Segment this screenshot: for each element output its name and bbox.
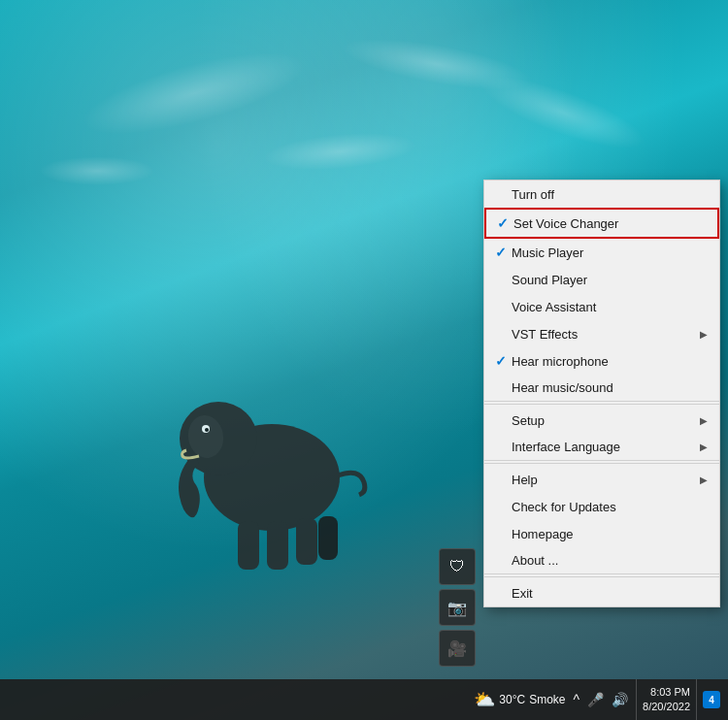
menu-item-exit[interactable]: Exit [484,579,719,606]
svg-point-9 [74,35,314,151]
menu-label-check-updates: Check for Updates [510,500,708,514]
submenu-arrow-vst-effects: ▶ [700,329,708,340]
chevron-up-icon[interactable]: ^ [571,690,581,709]
date-display: 8/20/2022 [643,700,690,714]
video-icon: 🎥 [447,639,467,658]
volume-icon[interactable]: 🔊 [610,690,630,709]
menu-item-vst-effects[interactable]: VST Effects▶ [484,320,719,347]
menu-label-music-player: Music Player [510,245,708,260]
weather-icon: ⛅ [474,689,495,710]
menu-separator-after-interface-language [484,463,719,464]
menu-item-turn-off[interactable]: Turn off [484,180,719,208]
menu-item-hear-microphone[interactable]: ✓Hear microphone [484,347,719,375]
system-tray: ^ 🎤 🔊 [571,690,630,709]
svg-rect-6 [318,516,338,560]
menu-label-help: Help [510,473,700,487]
camera-icon: 📷 [447,599,467,617]
weather-condition: Smoke [529,693,565,706]
time-display: 8:03 PM [643,685,690,700]
weather-info: ⛅ 30°C Smoke [474,689,565,710]
menu-label-voice-assistant: Voice Assistant [510,300,708,314]
menu-label-vst-effects: VST Effects [510,327,700,342]
menu-label-about: About ... [510,553,708,568]
svg-rect-5 [296,518,317,565]
notification-badge[interactable]: 4 [703,691,720,708]
menu-label-interface-language: Interface Language [510,440,700,454]
menu-item-check-updates[interactable]: Check for Updates [484,493,719,520]
svg-point-11 [261,127,419,176]
menu-item-setup[interactable]: Setup▶ [484,407,719,434]
menu-label-set-voice-changer: Set Voice Changer [512,216,706,231]
sidebar-icons-panel: 🛡 📷 🎥 [439,548,476,667]
menu-check-hear-microphone: ✓ [492,353,510,369]
context-menu: Turn off✓Set Voice Changer✓Music PlayerS… [483,180,720,607]
menu-label-sound-player: Sound Player [510,273,708,287]
svg-point-13 [474,63,652,163]
svg-point-12 [39,156,155,185]
menu-check-set-voice-changer: ✓ [494,215,512,231]
submenu-arrow-interface-language: ▶ [700,442,708,452]
menu-label-hear-microphone: Hear microphone [510,354,708,369]
temperature: 30°C [499,693,525,706]
menu-separator-after-hear-music [484,404,719,405]
menu-item-sound-player[interactable]: Sound Player [484,266,719,293]
microphone-icon[interactable]: 🎤 [585,690,606,709]
menu-item-interface-language[interactable]: Interface Language▶ [484,434,719,461]
menu-item-set-voice-changer[interactable]: ✓Set Voice Changer [484,208,719,239]
menu-label-setup: Setup [510,413,700,428]
menu-label-exit: Exit [510,586,708,601]
menu-label-hear-music: Hear music/sound [510,380,708,395]
sidebar-icon-camera[interactable]: 📷 [439,589,476,626]
menu-item-help[interactable]: Help▶ [484,466,719,493]
menu-check-music-player: ✓ [492,245,510,260]
svg-rect-4 [267,521,288,570]
sidebar-icon-shield[interactable]: 🛡 [439,548,476,585]
menu-label-homepage: Homepage [510,527,708,541]
menu-item-voice-assistant[interactable]: Voice Assistant [484,293,719,320]
datetime-display[interactable]: 8:03 PM 8/20/2022 [636,679,697,720]
menu-item-hear-music[interactable]: Hear music/sound [484,375,719,402]
sidebar-icon-video[interactable]: 🎥 [439,630,476,667]
menu-item-homepage[interactable]: Homepage [484,520,719,547]
menu-separator-after-about [484,576,719,577]
taskbar-right: ⛅ 30°C Smoke ^ 🎤 🔊 8:03 PM 8/20/2022 4 [474,679,728,720]
submenu-arrow-help: ▶ [700,475,708,485]
shield-icon: 🛡 [449,558,465,575]
menu-item-about[interactable]: About ... [484,547,719,574]
submenu-arrow-setup: ▶ [700,415,708,426]
taskbar: ⛅ 30°C Smoke ^ 🎤 🔊 8:03 PM 8/20/2022 4 [0,679,728,720]
menu-label-turn-off: Turn off [510,187,708,202]
menu-item-music-player[interactable]: ✓Music Player [484,239,719,266]
svg-rect-3 [238,521,259,570]
